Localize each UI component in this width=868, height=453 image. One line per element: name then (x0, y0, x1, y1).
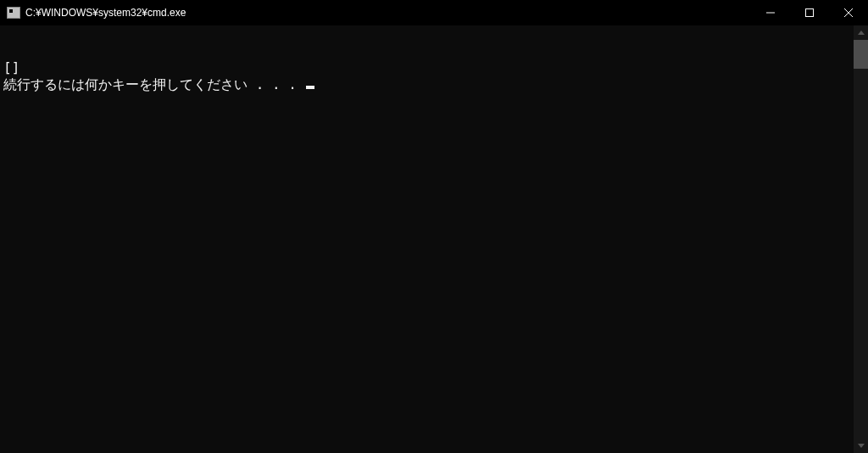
close-icon (844, 8, 853, 17)
window-controls (751, 0, 868, 25)
scroll-down-button[interactable] (854, 439, 868, 453)
maximize-button[interactable] (790, 0, 829, 25)
output-line: [] (3, 59, 854, 76)
svg-rect-1 (806, 9, 814, 17)
cmd-icon (7, 7, 20, 19)
text-cursor (306, 86, 314, 89)
console-output[interactable]: []続行するには何かキーを押してください . . . (3, 25, 854, 453)
titlebar[interactable]: C:¥WINDOWS¥system32¥cmd.exe (0, 0, 868, 25)
chevron-up-icon (858, 31, 865, 35)
close-button[interactable] (829, 0, 868, 25)
scroll-up-button[interactable] (854, 25, 868, 40)
chevron-down-icon (858, 444, 865, 448)
vertical-scrollbar[interactable] (854, 25, 868, 453)
client-area: []続行するには何かキーを押してください . . . (0, 25, 868, 453)
prompt-text: 続行するには何かキーを押してください . . . (3, 76, 304, 92)
minimize-button[interactable] (751, 0, 790, 25)
minimize-icon (766, 8, 775, 17)
window-title: C:¥WINDOWS¥system32¥cmd.exe (25, 7, 751, 19)
output-prompt-line: 続行するには何かキーを押してください . . . (3, 76, 854, 93)
scroll-thumb[interactable] (854, 40, 868, 69)
maximize-icon (805, 8, 814, 17)
